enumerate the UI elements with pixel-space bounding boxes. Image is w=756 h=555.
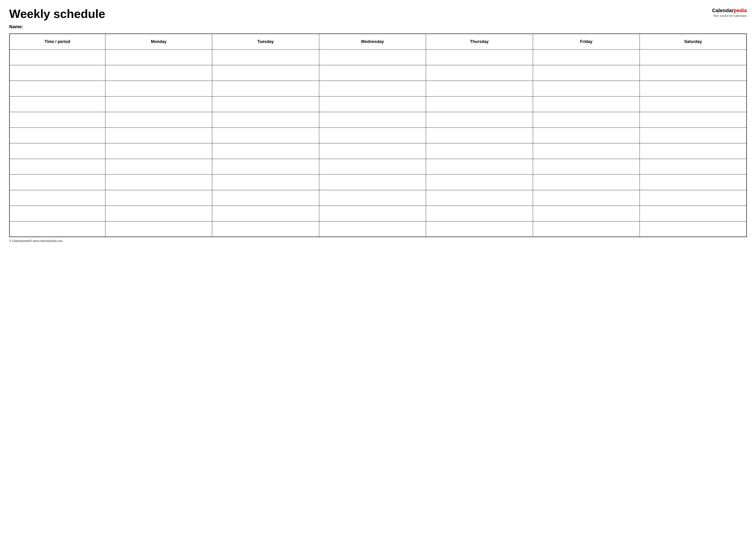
table-cell[interactable] [319,159,426,174]
table-cell[interactable] [105,159,212,174]
table-cell[interactable] [426,96,533,112]
table-cell[interactable] [212,65,319,81]
table-cell[interactable] [9,159,105,174]
table-cell[interactable] [212,127,319,143]
table-cell[interactable] [105,206,212,221]
table-cell[interactable] [9,112,105,127]
table-cell[interactable] [212,190,319,206]
table-cell[interactable] [639,96,747,112]
schedule-table: Time / period Monday Tuesday Wednesday T… [9,34,747,237]
table-cell[interactable] [639,159,747,174]
table-cell[interactable] [426,159,533,174]
table-row [9,112,747,127]
table-cell[interactable] [533,65,639,81]
table-cell[interactable] [9,190,105,206]
table-cell[interactable] [319,65,426,81]
table-cell[interactable] [105,127,212,143]
table-cell[interactable] [319,174,426,190]
table-cell[interactable] [319,206,426,221]
table-cell[interactable] [319,112,426,127]
table-cell[interactable] [9,49,105,65]
table-cell[interactable] [426,221,533,237]
table-cell[interactable] [105,112,212,127]
table-cell[interactable] [426,65,533,81]
table-cell[interactable] [9,221,105,237]
table-cell[interactable] [212,206,319,221]
table-cell[interactable] [639,174,747,190]
table-cell[interactable] [639,127,747,143]
table-cell[interactable] [212,96,319,112]
table-cell[interactable] [212,49,319,65]
col-header-time-period: Time / period [9,34,105,49]
table-cell[interactable] [639,206,747,221]
table-cell[interactable] [533,143,639,159]
table-cell[interactable] [105,190,212,206]
table-cell[interactable] [105,49,212,65]
table-cell[interactable] [639,190,747,206]
table-cell[interactable] [533,96,639,112]
table-cell[interactable] [426,143,533,159]
table-cell[interactable] [533,49,639,65]
table-cell[interactable] [212,143,319,159]
table-cell[interactable] [9,143,105,159]
table-cell[interactable] [212,112,319,127]
table-cell[interactable] [105,65,212,81]
table-row [9,96,747,112]
table-cell[interactable] [105,81,212,96]
table-cell[interactable] [212,221,319,237]
table-cell[interactable] [533,127,639,143]
table-row [9,221,747,237]
name-row: Name: [9,24,747,30]
table-cell[interactable] [319,49,426,65]
table-cell[interactable] [9,127,105,143]
table-cell[interactable] [533,221,639,237]
table-cell[interactable] [533,206,639,221]
table-row [9,143,747,159]
table-cell[interactable] [533,112,639,127]
table-cell[interactable] [212,174,319,190]
table-cell[interactable] [319,221,426,237]
table-cell[interactable] [639,221,747,237]
footer: © Calendarpedia® www.calendarpedia.com [9,239,747,243]
table-row [9,174,747,190]
table-cell[interactable] [639,65,747,81]
table-cell[interactable] [212,81,319,96]
table-cell[interactable] [9,65,105,81]
table-cell[interactable] [426,49,533,65]
table-cell[interactable] [533,174,639,190]
footer-text: © Calendarpedia® www.calendarpedia.com [9,239,62,243]
table-cell[interactable] [639,112,747,127]
table-cell[interactable] [533,159,639,174]
col-header-thursday: Thursday [426,34,533,49]
table-cell[interactable] [426,174,533,190]
table-cell[interactable] [9,206,105,221]
table-cell[interactable] [319,96,426,112]
table-cell[interactable] [426,206,533,221]
brand-tagline: Your source for calendars [712,14,747,18]
table-cell[interactable] [319,143,426,159]
page-title: Weekly schedule [9,7,105,20]
table-cell[interactable] [9,96,105,112]
table-cell[interactable] [533,190,639,206]
table-cell[interactable] [533,81,639,96]
table-cell[interactable] [426,112,533,127]
table-cell[interactable] [319,81,426,96]
table-cell[interactable] [426,81,533,96]
table-cell[interactable] [105,221,212,237]
table-cell[interactable] [319,190,426,206]
table-cell[interactable] [639,81,747,96]
table-cell[interactable] [9,174,105,190]
table-cell[interactable] [639,143,747,159]
table-cell[interactable] [639,49,747,65]
table-cell[interactable] [105,96,212,112]
table-row [9,49,747,65]
table-cell[interactable] [9,81,105,96]
table-cell[interactable] [319,127,426,143]
table-cell[interactable] [426,127,533,143]
col-header-wednesday: Wednesday [319,34,426,49]
table-cell[interactable] [426,190,533,206]
table-cell[interactable] [105,143,212,159]
table-cell[interactable] [105,174,212,190]
table-cell[interactable] [212,159,319,174]
brand-pedia-text: pedia [734,8,747,13]
